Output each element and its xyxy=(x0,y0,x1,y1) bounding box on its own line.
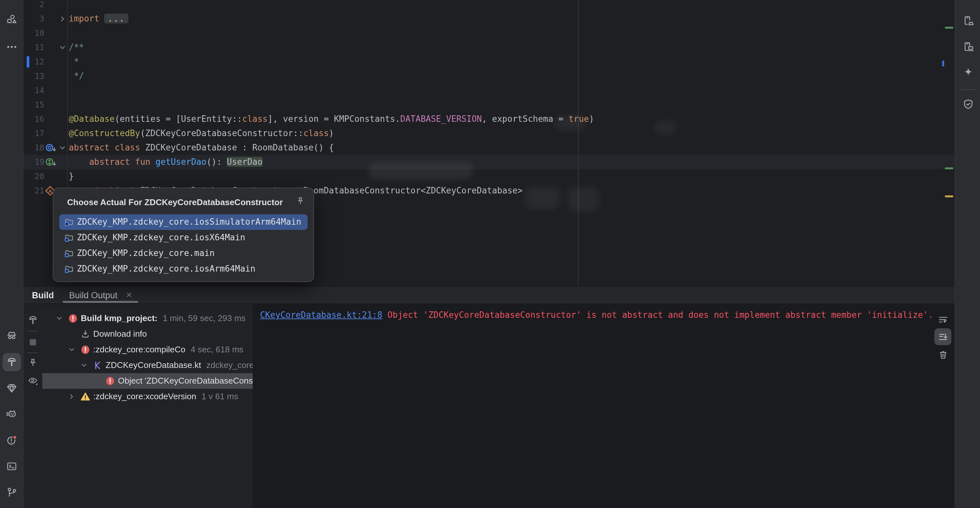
eye-filter-icon[interactable] xyxy=(24,372,41,389)
chevron-down-icon[interactable] xyxy=(55,314,64,323)
scrollbar-mark-caret-blue[interactable] xyxy=(942,60,944,67)
popup-item-label: ZDCKey_KMP.zdckey_core.iosX64Main xyxy=(77,230,245,246)
choose-actual-popup: Choose Actual For ZDCKeyCoreDatabaseCons… xyxy=(53,187,314,282)
tree-row-label: Object 'ZDCKeyCoreDatabaseConstructor' xyxy=(118,373,253,389)
clear-trash-icon[interactable] xyxy=(934,346,951,363)
build-tree-row[interactable]: Object 'ZDCKeyCoreDatabaseConstructor' xyxy=(42,373,253,389)
pin-icon[interactable] xyxy=(295,196,305,206)
running-devices-icon[interactable] xyxy=(959,38,977,56)
blur-artifact xyxy=(654,121,676,134)
fold-collapsed-icon[interactable] xyxy=(59,15,67,23)
more-tool-windows-icon[interactable] xyxy=(2,38,21,56)
code-line[interactable]: 16@Database(entities = [UserEntity::clas… xyxy=(23,112,955,126)
terminal-icon[interactable] xyxy=(2,457,21,475)
tree-row-time: 1 min, 59 sec, 293 ms xyxy=(163,313,246,323)
pin-icon[interactable] xyxy=(24,354,41,371)
gutter-overridden-icon[interactable] xyxy=(44,142,59,154)
code-text: * xyxy=(69,55,79,69)
code-line[interactable]: 12 * xyxy=(23,55,955,69)
chevron-right-icon[interactable] xyxy=(67,392,76,401)
popup-item[interactable]: ZDCKey_KMP.zdckey_core.iosSimulatorArm64… xyxy=(59,214,307,230)
line-number[interactable]: 11 xyxy=(26,40,44,55)
code-line[interactable]: 17@ConstructedBy(ZDCKeyCoreDatabaseConst… xyxy=(23,126,955,141)
line-number[interactable]: 16 xyxy=(26,112,44,126)
build-panel-header: Build Build Output ✕ xyxy=(23,286,955,304)
code-line[interactable]: 3import ... xyxy=(23,12,955,26)
line-number[interactable]: 10 xyxy=(26,26,44,40)
toolbar-divider xyxy=(27,331,38,332)
gem-dependencies-icon[interactable] xyxy=(2,379,21,397)
shapes-structure-icon[interactable] xyxy=(2,10,21,29)
tree-row-time: 4 sec, 618 ms xyxy=(191,344,243,354)
code-line[interactable]: 15 xyxy=(23,98,955,112)
module-icon xyxy=(64,217,74,227)
popup-item[interactable]: ZDCKey_KMP.zdckey_core.iosX64Main xyxy=(59,230,307,246)
file-link[interactable]: CKeyCoreDatabase.kt:21:8 xyxy=(260,310,382,320)
fold-expanded-icon[interactable] xyxy=(59,144,67,152)
code-line[interactable]: 19 abstract fun getUserDao(): UserDao xyxy=(23,155,955,169)
scrollbar-mark-warning-yellow[interactable] xyxy=(945,195,953,197)
line-number[interactable]: 13 xyxy=(26,69,44,83)
chevron-down-icon[interactable] xyxy=(80,361,89,370)
device-manager-icon[interactable] xyxy=(959,12,977,30)
profiler-icon[interactable] xyxy=(2,326,21,344)
build-tree-row[interactable]: Download info xyxy=(42,326,253,342)
code-line[interactable]: 20} xyxy=(23,169,955,184)
popup-item[interactable]: ZDCKey_KMP.zdckey_core.main xyxy=(59,246,307,261)
tree-row-text: ZDCKeyCoreDatabase.ktzdckey_core xyxy=(105,357,253,373)
build-tree-row[interactable]: ZDCKeyCoreDatabase.ktzdckey_core xyxy=(42,357,253,373)
line-number[interactable]: 2 xyxy=(26,0,44,12)
stop-icon[interactable] xyxy=(24,333,41,350)
tree-row-time: 1 v 61 ms xyxy=(202,391,239,401)
line-number[interactable]: 14 xyxy=(26,83,44,98)
code-line[interactable]: 18abstract class ZDCKeyCoreDatabase : Ro… xyxy=(23,141,955,155)
git-branch-icon[interactable] xyxy=(2,483,21,502)
line-number[interactable]: 19 xyxy=(26,155,44,169)
error-icon xyxy=(80,344,91,355)
code-line[interactable]: 14 xyxy=(23,83,955,98)
scroll-to-end-icon[interactable] xyxy=(934,328,951,345)
line-number[interactable]: 3 xyxy=(26,12,44,26)
build-tree[interactable]: Build kmp_project:1 min, 59 sec, 293 msD… xyxy=(42,304,253,508)
line-number[interactable]: 18 xyxy=(26,141,44,155)
blur-artifact xyxy=(525,187,560,209)
tree-row-label: Download info xyxy=(93,326,147,342)
tree-row-label: :zdckey_core:compileCo xyxy=(93,342,185,357)
code-text: */ xyxy=(69,69,84,83)
fold-expanded-icon[interactable] xyxy=(59,44,67,51)
build-hammer-icon[interactable] xyxy=(24,311,41,328)
build-tree-row[interactable]: Build kmp_project:1 min, 59 sec, 293 ms xyxy=(42,311,253,326)
build-tool-window-title: Build xyxy=(32,287,54,304)
logcat-cat-icon[interactable] xyxy=(2,405,21,423)
code-text: /** xyxy=(69,40,84,55)
popup-title: Choose Actual For ZDCKeyCoreDatabaseCons… xyxy=(67,196,283,209)
popup-item-label: ZDCKey_KMP.zdckey_core.iosArm64Main xyxy=(77,261,255,277)
tree-row-label: Build kmp_project: xyxy=(81,311,158,326)
scrollbar-mark-ok-green[interactable] xyxy=(945,27,953,29)
module-icon xyxy=(64,232,74,243)
scrollbar-mark-ok-green[interactable] xyxy=(945,167,953,169)
problems-icon[interactable] xyxy=(2,431,21,449)
line-number[interactable]: 20 xyxy=(26,169,44,184)
code-line[interactable]: 13 */ xyxy=(23,69,955,83)
chevron-down-icon[interactable] xyxy=(67,345,76,354)
blur-artifact xyxy=(568,187,599,212)
build-icon[interactable] xyxy=(2,353,21,371)
svg-text:A: A xyxy=(48,188,52,194)
gemini-sparkle-icon[interactable] xyxy=(959,63,977,81)
line-number[interactable]: 21 xyxy=(26,184,44,198)
code-line[interactable]: 10 xyxy=(23,26,955,40)
shield-check-icon[interactable] xyxy=(959,95,977,113)
line-number[interactable]: 17 xyxy=(26,126,44,141)
build-tree-row[interactable]: :zdckey_core:xcodeVersion1 v 61 ms xyxy=(42,389,253,405)
code-line[interactable]: 2 xyxy=(23,0,955,12)
line-number[interactable]: 15 xyxy=(26,98,44,112)
popup-item[interactable]: ZDCKey_KMP.zdckey_core.iosArm64Main xyxy=(59,261,307,277)
code-line[interactable]: 11/** xyxy=(23,40,955,55)
kotlin-icon xyxy=(92,360,103,371)
build-tree-row[interactable]: :zdckey_core:compileCo4 sec, 618 ms xyxy=(42,342,253,357)
soft-wrap-icon[interactable] xyxy=(934,311,951,328)
active-tab-underline xyxy=(62,301,138,303)
gutter-implemented-icon[interactable] xyxy=(44,156,59,168)
caret-line-indicator xyxy=(27,56,29,68)
